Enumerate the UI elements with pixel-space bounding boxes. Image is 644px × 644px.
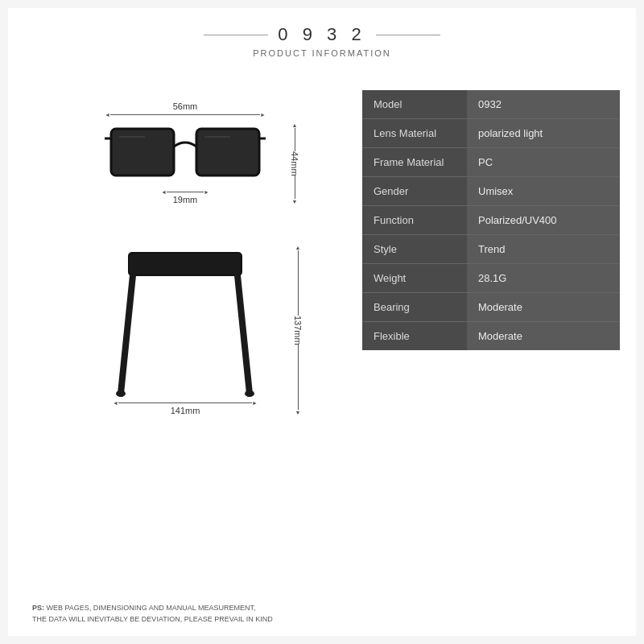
spec-value: 0932 bbox=[467, 90, 620, 119]
ps-line1: WEB PAGES, DIMENSIONING AND MANUAL MEASU… bbox=[44, 604, 256, 612]
page-header: 0 9 3 2 PRODUCT INFORMATION bbox=[204, 24, 440, 58]
table-row: Model 0932 bbox=[362, 90, 620, 119]
height-line-bottom bbox=[295, 175, 295, 199]
glasses-side-svg bbox=[105, 245, 266, 398]
total-line bbox=[118, 402, 252, 403]
ps-label: PS: bbox=[32, 604, 44, 612]
table-row: Style Trend bbox=[362, 235, 620, 264]
bridge-arrow-left-icon: ◄ bbox=[161, 189, 167, 195]
spec-label: Model bbox=[362, 90, 467, 119]
table-row: Function Polarized/UV400 bbox=[362, 206, 620, 235]
spec-value: Moderate bbox=[467, 322, 620, 351]
product-page: 0 9 3 2 PRODUCT INFORMATION 56mm ◄ ► bbox=[8, 8, 636, 636]
width-line bbox=[110, 114, 260, 115]
spec-value: 28.1G bbox=[467, 264, 620, 293]
model-number: 0 9 3 2 bbox=[278, 24, 365, 45]
height-label: 44mm bbox=[290, 151, 299, 176]
total-width-label: 141mm bbox=[171, 406, 200, 415]
width-label: 56mm bbox=[173, 101, 198, 111]
ps-line2: THE DATA WILL INEVITABLY BE DEVIATION, P… bbox=[32, 615, 273, 623]
svg-rect-1 bbox=[196, 129, 259, 175]
height-line-top bbox=[295, 128, 295, 151]
arrow-up-icon: ▲ bbox=[292, 122, 298, 128]
bridge-arrow-right-icon: ► bbox=[204, 189, 209, 195]
temple-line-top bbox=[298, 250, 299, 316]
spec-label: Style bbox=[362, 235, 467, 264]
bridge-dimension: ◄ ► 19mm bbox=[105, 189, 266, 204]
svg-point-8 bbox=[245, 390, 254, 397]
spec-value: Moderate bbox=[467, 293, 620, 322]
footer-note: PS: WEB PAGES, DIMENSIONING AND MANUAL M… bbox=[32, 603, 273, 625]
front-view: 56mm ◄ ► ▲ 44mm ▼ bbox=[105, 122, 266, 204]
svg-rect-0 bbox=[111, 129, 174, 175]
glasses-front-svg bbox=[105, 122, 266, 187]
specs-table: Model 0932 Lens Material polarized light… bbox=[362, 90, 620, 350]
temple-label: 137mm bbox=[293, 316, 303, 345]
table-row: Weight 28.1G bbox=[362, 264, 620, 293]
temple-line-bottom bbox=[298, 345, 299, 410]
arrow-left-icon: ◄ bbox=[105, 112, 110, 118]
spec-value: PC bbox=[467, 148, 620, 177]
table-row: Lens Material polarized light bbox=[362, 119, 620, 148]
header-line-right bbox=[376, 35, 440, 35]
spec-label: Function bbox=[362, 206, 467, 235]
header-line: 0 9 3 2 bbox=[204, 24, 440, 45]
product-info-label: PRODUCT INFORMATION bbox=[204, 48, 440, 58]
bridge-arrow: ◄ ► bbox=[161, 189, 209, 195]
diagram-section: 56mm ◄ ► ▲ 44mm ▼ bbox=[24, 82, 346, 620]
table-row: Flexible Moderate bbox=[362, 322, 620, 351]
spec-label: Gender bbox=[362, 177, 467, 206]
spec-label: Frame Material bbox=[362, 148, 467, 177]
spec-label: Weight bbox=[362, 264, 467, 293]
svg-rect-6 bbox=[129, 253, 242, 275]
height-dimension: ▲ 44mm ▼ bbox=[290, 122, 299, 204]
temple-arrow-up-icon: ▲ bbox=[295, 245, 301, 250]
header-line-left bbox=[204, 35, 268, 35]
table-row: Bearing Moderate bbox=[362, 293, 620, 322]
arrow-right-icon: ► bbox=[260, 112, 266, 118]
table-row: Frame Material PC bbox=[362, 148, 620, 177]
arrow-down-icon: ▼ bbox=[292, 199, 298, 204]
specs-section: Model 0932 Lens Material polarized light… bbox=[362, 82, 620, 620]
total-width-dimension: ◄ ► 141mm bbox=[105, 400, 266, 415]
spec-label: Bearing bbox=[362, 293, 467, 322]
temple-arrow-down-icon: ▼ bbox=[295, 410, 301, 415]
spec-label: Flexible bbox=[362, 322, 467, 351]
bridge-line bbox=[167, 192, 204, 192]
spec-value: polarized light bbox=[467, 119, 620, 148]
main-content: 56mm ◄ ► ▲ 44mm ▼ bbox=[24, 82, 620, 620]
bridge-label: 19mm bbox=[173, 195, 198, 204]
spec-value: Umisex bbox=[467, 177, 620, 206]
width-dimension: 56mm ◄ ► bbox=[105, 101, 266, 118]
side-view: ▲ 137mm ▼ bbox=[105, 245, 266, 415]
total-width-arrow: ◄ ► bbox=[113, 400, 258, 406]
table-row: Gender Umisex bbox=[362, 177, 620, 206]
width-arrow: ◄ ► bbox=[105, 112, 266, 118]
svg-point-7 bbox=[116, 390, 126, 397]
total-arrow-right-icon: ► bbox=[252, 400, 258, 406]
total-arrow-left-icon: ◄ bbox=[113, 400, 118, 406]
spec-value: Trend bbox=[467, 235, 620, 264]
spec-value: Polarized/UV400 bbox=[467, 206, 620, 235]
spec-label: Lens Material bbox=[362, 119, 467, 148]
temple-dimension: ▲ 137mm ▼ bbox=[293, 245, 303, 415]
